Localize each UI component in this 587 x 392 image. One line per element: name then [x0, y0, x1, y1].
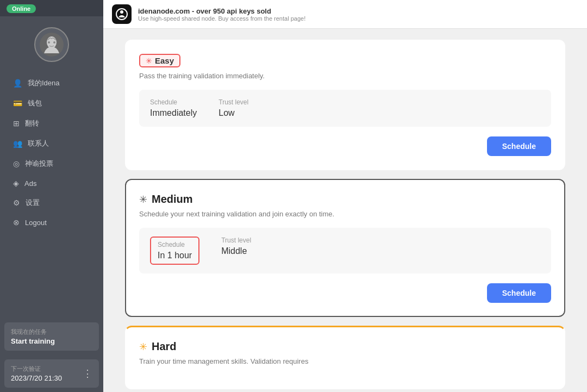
- sidebar-item-settings[interactable]: ⚙ 设置: [3, 193, 100, 213]
- hard-card-title: Hard: [152, 340, 177, 353]
- easy-schedule-label: Schedule: [150, 98, 197, 106]
- my-idena-icon: 👤: [13, 79, 22, 88]
- medium-star-icon: ✳: [139, 194, 147, 206]
- medium-schedule-button[interactable]: Schedule: [487, 283, 551, 303]
- sidebar-item-label-oracle: 神谕投票: [25, 159, 53, 169]
- easy-star-icon: ✳: [146, 57, 152, 65]
- sidebar-item-ads[interactable]: ◈ Ads: [3, 174, 100, 192]
- idenanode-logo-icon: [115, 8, 128, 21]
- navigation-menu: 👤 我的Idena 💳 钱包 ⊞ 翻转 👥 联系人 ◎ 神谕投票 ◈ Ads ⚙…: [0, 71, 103, 318]
- banner-text-area: idenanode.com - over 950 api keys sold U…: [138, 7, 305, 22]
- medium-schedule-value: In 1 hour: [158, 251, 192, 260]
- easy-badge: ✳ Easy: [139, 54, 180, 67]
- next-validation-section: 下一次验证 2023/7/20 21:30 ⋮: [4, 359, 99, 388]
- medium-card-description: Schedule your next training validation a…: [139, 210, 551, 218]
- next-validation-label: 下一次验证: [11, 365, 62, 373]
- sidebar-item-label-contacts: 联系人: [28, 139, 49, 148]
- medium-trust-value: Middle: [221, 246, 251, 256]
- sidebar-item-label-settings: 设置: [26, 198, 40, 208]
- sidebar-item-label-flip: 翻转: [25, 119, 39, 128]
- sidebar: Online 👤 我的Idena 💳 钱包 ⊞ 翻转: [0, 0, 103, 392]
- logout-icon: ⊗: [13, 218, 20, 227]
- sidebar-item-label-logout: Logout: [25, 219, 47, 227]
- hard-card: ✳ Hard Train your time management skills…: [125, 326, 565, 389]
- top-banner: idenanode.com - over 950 api keys sold U…: [103, 0, 587, 29]
- sidebar-item-flip[interactable]: ⊞ 翻转: [3, 114, 100, 133]
- contacts-icon: 👥: [13, 139, 22, 148]
- avatar: [34, 27, 69, 62]
- svg-point-5: [120, 10, 123, 14]
- online-status-badge: Online: [7, 4, 36, 13]
- medium-trust-cell: Trust level Middle: [221, 237, 251, 265]
- settings-icon: ⚙: [13, 198, 20, 207]
- current-task-section: 我现在的任务 Start training: [4, 322, 99, 351]
- banner-primary-text: idenanode.com - over 950 api keys sold: [138, 7, 305, 15]
- sidebar-item-label-wallet: 钱包: [28, 98, 42, 108]
- sidebar-item-logout[interactable]: ⊗ Logout: [3, 213, 100, 232]
- medium-card-footer: Schedule: [139, 283, 551, 303]
- easy-badge-label: Easy: [155, 56, 174, 65]
- easy-trust-cell: Trust level Low: [218, 98, 248, 118]
- svg-point-3: [53, 41, 55, 43]
- easy-card-title-row: ✳ Easy: [139, 54, 551, 67]
- sidebar-item-label-my-idena: 我的Idena: [28, 78, 60, 88]
- easy-schedule-cell: Schedule Immediately: [150, 98, 197, 118]
- sidebar-item-contacts[interactable]: 👥 联系人: [3, 134, 100, 153]
- banner-secondary-text: Use high-speed shared node. Buy access f…: [138, 15, 305, 22]
- flip-icon: ⊞: [13, 119, 20, 128]
- medium-schedule-label: Schedule: [158, 241, 192, 248]
- main-area: idenanode.com - over 950 api keys sold U…: [103, 0, 587, 392]
- wallet-icon: 💳: [13, 99, 22, 108]
- easy-trust-label: Trust level: [218, 98, 248, 106]
- easy-schedule-button[interactable]: Schedule: [487, 136, 551, 156]
- easy-schedule-value: Immediately: [150, 108, 197, 118]
- more-options-button[interactable]: ⋮: [83, 369, 92, 378]
- easy-card-footer: Schedule: [139, 136, 551, 156]
- oracle-icon: ◎: [13, 159, 20, 168]
- banner-icon: [112, 4, 132, 24]
- medium-card: ✳ Medium Schedule your next training val…: [125, 179, 565, 317]
- sidebar-item-oracle[interactable]: ◎ 神谕投票: [3, 154, 100, 173]
- medium-card-title-row: ✳ Medium: [139, 193, 551, 206]
- easy-card: ✳ Easy Pass the training validation imme…: [125, 40, 565, 170]
- current-task-label: 我现在的任务: [11, 328, 92, 336]
- current-task-value: Start training: [11, 337, 92, 345]
- hard-card-title-row: ✳ Hard: [139, 340, 551, 353]
- sidebar-item-my-idena[interactable]: 👤 我的Idena: [3, 73, 100, 93]
- sidebar-item-label-ads: Ads: [24, 179, 36, 188]
- sidebar-item-wallet[interactable]: 💳 钱包: [3, 94, 100, 113]
- easy-card-description: Pass the training validation immediately…: [139, 72, 551, 80]
- avatar-image: [39, 32, 65, 58]
- medium-info-grid: Schedule In 1 hour Trust level Middle: [139, 228, 551, 273]
- svg-point-2: [48, 41, 50, 43]
- medium-trust-label: Trust level: [221, 237, 251, 244]
- medium-card-title: Medium: [152, 193, 193, 206]
- sidebar-top-bar: Online: [0, 0, 103, 16]
- easy-trust-value: Low: [218, 108, 248, 118]
- avatar-area: [0, 16, 103, 71]
- medium-schedule-cell: Schedule In 1 hour: [150, 237, 199, 265]
- ads-icon: ◈: [13, 179, 19, 188]
- content-area: ✳ Easy Pass the training validation imme…: [103, 29, 587, 392]
- next-validation-value: 2023/7/20 21:30: [11, 374, 62, 382]
- easy-info-grid: Schedule Immediately Trust level Low: [139, 90, 551, 127]
- hard-star-icon: ✳: [139, 341, 147, 353]
- hard-card-description: Train your time management skills. Valid…: [139, 357, 551, 365]
